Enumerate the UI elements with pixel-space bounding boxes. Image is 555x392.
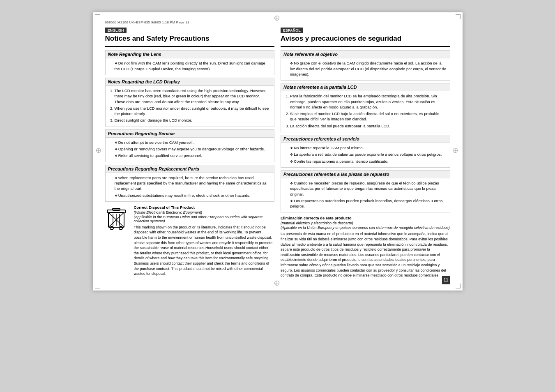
disposal-body-spanish: La presencia de esta marca en el product… xyxy=(281,231,450,278)
section-objetivo: Nota referente al objetivo No grabe con … xyxy=(281,50,450,81)
section-service: Precautions Regarding Service Do not att… xyxy=(105,129,275,162)
reg-mark-bottom xyxy=(274,281,281,287)
disposal-section-spanish: Eliminación correcta de este producto (m… xyxy=(281,216,450,278)
lcd-es-item-2: Si se emplea el monitor LCD bajo la acci… xyxy=(290,111,447,122)
disposal-subtitle2-spanish: (Aplicable en la Unión Europea y en país… xyxy=(281,226,450,230)
section-replacement-es: Precauciones referentes a las piezas de … xyxy=(281,170,450,212)
section-lens: Note Regarding the Lens Do not film with… xyxy=(105,50,275,75)
waste-bin-icon xyxy=(105,205,128,232)
disposal-icon-area xyxy=(105,205,130,233)
section-header-replacement-es: Precauciones referentes a las piezas de … xyxy=(281,171,450,178)
lang-badge-spanish: ESPAÑOL xyxy=(281,28,303,33)
section-content-service-es: No intente reparar la CAM por sí mismo. … xyxy=(281,143,450,167)
section-replacement: Precautions Regarding Replacement Parts … xyxy=(105,165,275,202)
lens-item-1: Do not film with the CAM lens pointing d… xyxy=(115,60,271,71)
service-item-3: Refer all servicing to qualified service… xyxy=(115,153,271,158)
corner-mark-br xyxy=(456,284,461,288)
file-info: 00906J M2100 UK+ESP-035 9/8/05 1:18 PM P… xyxy=(105,21,450,24)
lcd-item-3: Direct sunlight can damage the LCD monit… xyxy=(115,118,271,123)
section-header-service: Precautions Regarding Service xyxy=(106,130,274,138)
disposal-section-english: Correct Disposal of This Product (Waste … xyxy=(105,205,275,277)
replacement-item-1: When replacement parts are required, be … xyxy=(115,175,271,191)
left-column: ENGLISH Notices and Safety Precautions N… xyxy=(105,28,275,278)
reg-mark-left xyxy=(96,148,103,154)
section-content-lcd-es: Para la fabricación del monitor LCD se h… xyxy=(281,91,450,132)
service-es-item-1: No intente reparar la CAM por sí mismo. xyxy=(290,145,447,150)
service-item-2: Opening or removing covers may expose yo… xyxy=(115,146,271,152)
service-item-1: Do not attempt to service the CAM yourse… xyxy=(115,140,271,145)
objetivo-item-1: No grabe con el objetivo de la CAM dirig… xyxy=(290,60,447,77)
header-divider-left xyxy=(105,46,275,47)
replacement-es-item-2: Los repuestos no autorizados pueden prod… xyxy=(290,198,447,209)
disposal-subtitle-english: (Waste Electrical & Electronic Equipment… xyxy=(134,210,275,214)
replacement-es-item-1: Cuando se necesiten piezas de repuesto, … xyxy=(290,180,447,197)
section-content-objetivo: No grabe con el objetivo de la CAM dirig… xyxy=(281,58,450,80)
section-header-lcd: Notes Regarding the LCD Display xyxy=(106,78,274,86)
section-header-lcd-es: Notas referentes a la pantalla LCD xyxy=(281,83,450,91)
corner-mark-tl xyxy=(95,14,100,19)
disposal-subtitle2-english: (Applicable in the European Union and ot… xyxy=(134,215,275,223)
section-service-es: Precauciones referentes al servicio No i… xyxy=(281,135,450,168)
disposal-title-english: Correct Disposal of This Product xyxy=(134,205,275,210)
page-number: 11 xyxy=(442,276,450,284)
lang-badge-english: ENGLISH xyxy=(105,28,127,33)
reg-mark-right xyxy=(453,148,459,154)
content-columns: ENGLISH Notices and Safety Precautions N… xyxy=(105,28,450,278)
page-container: 00906J M2100 UK+ESP-035 9/8/05 1:18 PM P… xyxy=(93,12,463,291)
lcd-item-1: The LCD monitor has been manufactured us… xyxy=(115,88,271,104)
section-header-replacement: Precautions Regarding Replacement Parts xyxy=(106,165,274,173)
header-divider-right xyxy=(281,46,450,47)
section-content-lens: Do not film with the CAM lens pointing d… xyxy=(106,58,274,75)
service-es-item-2: La apertura o retirada de cubiertas pued… xyxy=(290,152,447,157)
disposal-with-icon: Correct Disposal of This Product (Waste … xyxy=(105,205,275,277)
section-content-replacement-es: Cuando se necesiten piezas de repuesto, … xyxy=(281,178,450,212)
section-header-service-es: Precauciones referentes al servicio xyxy=(281,135,450,143)
section-content-service: Do not attempt to service the CAM yourse… xyxy=(106,138,274,162)
disposal-body-english: This marking shown on the product or its… xyxy=(134,225,275,277)
disposal-title-spanish: Eliminación correcta de este producto xyxy=(281,216,450,220)
disposal-text-english: Correct Disposal of This Product (Waste … xyxy=(134,205,275,277)
section-content-lcd: The LCD monitor has been manufactured us… xyxy=(106,86,274,127)
main-title-spanish: Avisos y precauciones de seguridad xyxy=(281,35,450,43)
section-lcd-es: Notas referentes a la pantalla LCD Para … xyxy=(281,83,450,132)
section-header-objetivo: Nota referente al objetivo xyxy=(281,51,450,58)
section-header-lens: Note Regarding the Lens xyxy=(106,51,274,58)
replacement-item-2: Unauthorized substitutions may result in… xyxy=(115,193,271,198)
main-title-english: Notices and Safety Precautions xyxy=(105,35,275,43)
corner-mark-tr xyxy=(456,14,461,19)
right-column: ESPAÑOL Avisos y precauciones de segurid… xyxy=(281,28,450,278)
lcd-es-item-1: Para la fabricación del monitor LCD se h… xyxy=(290,93,447,110)
disposal-subtitle-spanish: (material eléctrico y electrónico de des… xyxy=(281,221,450,225)
lcd-es-item-3: La acción directa del sol puede estropea… xyxy=(290,123,447,129)
corner-mark-bl xyxy=(95,284,100,288)
section-lcd: Notes Regarding the LCD Display The LCD … xyxy=(105,78,275,127)
section-content-replacement: When replacement parts are required, be … xyxy=(106,173,274,201)
svg-rect-2 xyxy=(113,208,120,210)
service-es-item-3: Confíe las reparaciones a personal técni… xyxy=(290,159,447,164)
lcd-item-2: When you use the LCD monitor under direc… xyxy=(115,106,271,117)
